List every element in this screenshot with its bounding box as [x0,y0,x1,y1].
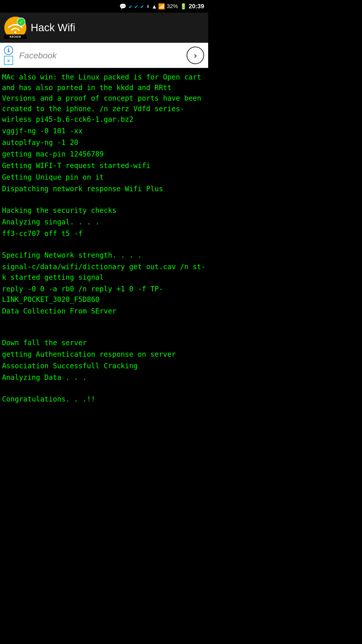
battery-percentage: 32% [167,3,178,10]
wifi-status-icon: ▲ [153,3,156,10]
check-icon-1: ✔ [129,3,132,10]
app-header: ✓ HACKER Hack Wifi [0,13,208,43]
terminal-line-14: Data Collection From SErver [2,306,206,316]
app-title: Hack Wifi [31,22,75,34]
terminal-line-1: MAc also win: the Linux packed is for Op… [2,72,206,125]
ad-arrow-button[interactable]: › [187,47,204,64]
blank-3 [2,317,206,328]
terminal-line-5: Getting WIFI-T request started-wifi [2,160,206,171]
ad-arrow-icon: › [193,50,198,61]
terminal-line-11: Specifing Network strength. . . . [2,250,206,261]
svg-point-1 [14,31,16,33]
terminal-line-16: getting Authentication response on serve… [2,349,206,360]
terminal-line-3: autoplfay-ng -1 20 [2,137,206,148]
terminal-line-7: Dispatching network response Wifi Plus [2,184,206,194]
ad-icons-stack: i ✕ [4,46,15,65]
status-bar: 💬 ✔ ✔ ✔ ⬇ ▲ 📶 32% 🔋 20:39 [0,0,208,13]
check-icon-2: ✔ [135,3,138,10]
terminal-line-18: Analyzing Data . . . [2,372,206,383]
blank-2 [2,240,206,250]
status-icons: ▲ 📶 32% 🔋 20:39 [153,3,204,10]
terminal-line-8: Hacking the security checks [2,205,206,216]
terminal-line-10: ff3-cc707 off t5 -f [2,228,206,239]
download-icon: ⬇ [146,3,150,10]
blank-4 [2,328,206,338]
ad-info-icon[interactable]: i [4,46,13,55]
terminal-line-19: Congratulations. . .!! [2,394,206,405]
blank-5 [2,384,206,394]
terminal-line-6: Getting Unique pin on it [2,172,206,183]
messenger-icon: 💬 [119,3,126,10]
terminal-line-13: reply -0 0 -a rb0 /n reply +1 0 -f TP-LI… [2,284,206,305]
terminal-line-2: vggjf-ng -0 101 -xx [2,126,206,136]
terminal-line-17: Association Successfull Cracking [2,361,206,371]
notification-icons: 💬 ✔ ✔ ✔ ⬇ [119,3,150,10]
battery-icon: 🔋 [180,3,187,10]
terminal-line-12: signal-c/data/wifi/dictionary get out.ca… [2,262,206,283]
clock: 20:39 [189,3,204,10]
ad-banner[interactable]: i ✕ Facebook › [0,43,208,68]
svg-text:✓: ✓ [20,19,23,25]
terminal-line-4: getting mac-pin 12456789 [2,149,206,159]
ad-text: Facebook [19,51,187,60]
terminal-line-15: Down fall the server [2,338,206,348]
app-icon: ✓ HACKER [4,16,27,39]
check-icon-3: ✔ [141,3,144,10]
ad-close-icon[interactable]: ✕ [4,56,13,65]
terminal-line-9: Analyzing singal. . . . [2,217,206,227]
svg-text:HACKER: HACKER [10,35,21,38]
terminal-output: MAc also win: the Linux packed is for Op… [0,68,208,410]
signal-icon: 📶 [158,3,165,10]
blank-1 [2,195,206,205]
